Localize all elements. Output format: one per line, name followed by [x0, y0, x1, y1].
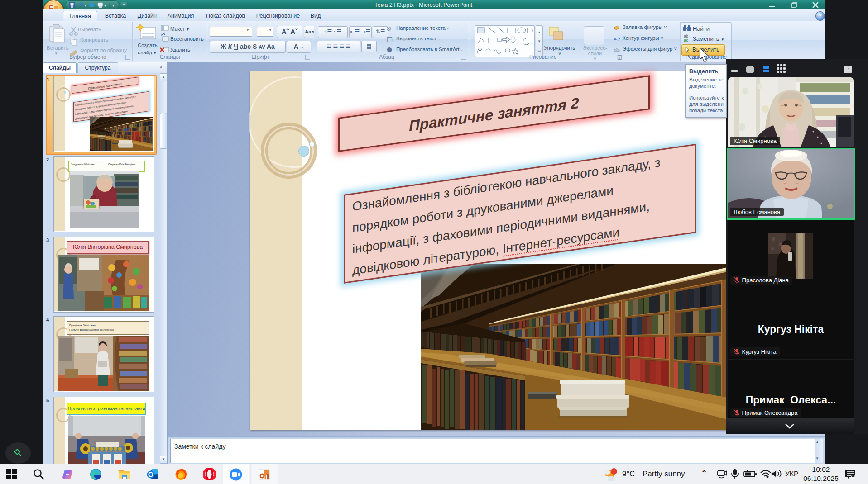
svg-text:▾: ▾ — [104, 4, 106, 8]
svg-text:▾: ▾ — [85, 4, 86, 8]
svg-text:▾: ▾ — [112, 3, 115, 8]
svg-text:1: 1 — [613, 469, 615, 474]
